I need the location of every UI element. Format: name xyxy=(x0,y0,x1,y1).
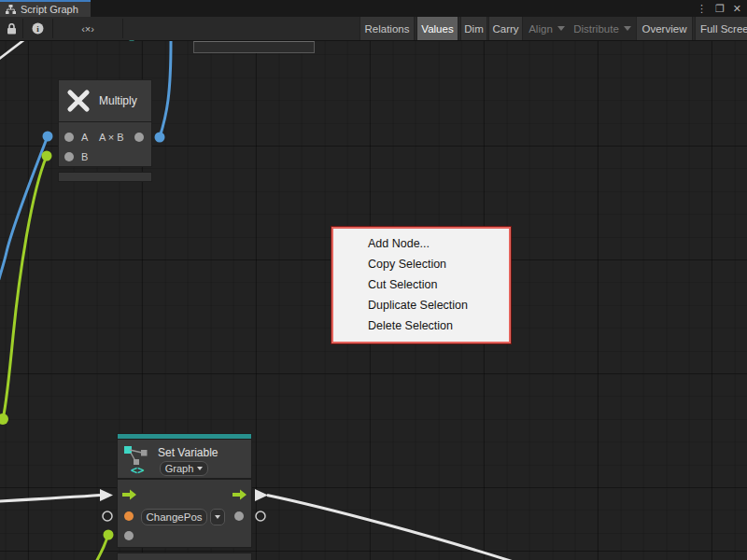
full-screen-button[interactable]: Full Screen xyxy=(695,17,747,40)
variable-output-port[interactable] xyxy=(234,511,244,521)
chevron-down-icon xyxy=(197,467,203,470)
unity-visual-scripting-window: Script Graph ⋮ ❐ ✕ i ‹×› xyxy=(0,0,747,560)
variable-scope-dropdown[interactable]: Graph xyxy=(160,461,208,476)
toolbar-separator xyxy=(122,19,123,38)
set-variable-node-footer xyxy=(117,553,252,560)
menu-item-add-node[interactable]: Add Node... xyxy=(333,233,509,254)
chevron-down-icon xyxy=(624,26,631,31)
window-menu-icon[interactable]: ⋮ xyxy=(697,0,707,17)
multiply-output-port[interactable] xyxy=(134,133,144,142)
tab-title: Script Graph xyxy=(21,4,78,15)
menu-item-duplicate-selection[interactable]: Duplicate Selection xyxy=(333,295,509,315)
multiply-icon xyxy=(66,89,91,113)
multiply-input-b-port[interactable] xyxy=(64,152,74,161)
flow-input-arrow[interactable] xyxy=(122,489,137,500)
context-menu: Add Node... Copy Selection Cut Selection… xyxy=(331,227,511,343)
dim-toggle[interactable]: Dim xyxy=(460,17,487,40)
tab-bar: Script Graph ⋮ ❐ ✕ xyxy=(0,0,747,17)
set-variable-icon: <> xyxy=(123,444,151,476)
dim-label: Dim xyxy=(464,23,483,35)
variable-name-label: ChangePos xyxy=(146,511,202,523)
values-label: Values xyxy=(421,23,453,35)
variable-name-dropdown[interactable]: ChangePos xyxy=(141,509,207,525)
set-variable-node-title: Set Variable xyxy=(158,446,218,459)
lock-button[interactable] xyxy=(0,17,22,40)
svg-text:<>: <> xyxy=(131,464,144,476)
variable-name-dropdown-button[interactable] xyxy=(210,509,225,525)
code-view-button[interactable]: ‹×› xyxy=(53,17,122,40)
multiply-node-footer xyxy=(58,172,152,182)
info-button[interactable]: i xyxy=(23,17,51,40)
chevron-down-icon xyxy=(557,26,565,31)
align-label: Align xyxy=(529,23,553,35)
full-screen-label: Full Screen xyxy=(700,23,747,35)
multiply-node-body[interactable]: A A × B B xyxy=(58,121,152,167)
flow-output-arrow[interactable] xyxy=(233,489,247,500)
set-variable-node-header[interactable]: <> Set Variable Graph xyxy=(117,439,252,479)
multiply-node-title: Multiply xyxy=(99,94,137,107)
chevron-down-icon xyxy=(215,515,220,519)
align-dropdown[interactable]: Align xyxy=(525,17,569,40)
set-variable-node-body[interactable]: ChangePos xyxy=(117,479,252,548)
overview-label: Overview xyxy=(642,23,687,35)
relations-label: Relations xyxy=(365,23,410,35)
multiply-input-b-label: B xyxy=(81,151,88,162)
multiply-input-a-label: A xyxy=(81,132,88,143)
lock-icon xyxy=(7,23,17,35)
menu-item-copy-selection[interactable]: Copy Selection xyxy=(333,254,509,274)
overview-button[interactable]: Overview xyxy=(636,17,693,40)
multiply-input-a-port[interactable] xyxy=(64,133,74,142)
variable-value-input-port[interactable] xyxy=(124,511,134,521)
occluded-node-header xyxy=(193,41,315,53)
graph-tree-icon xyxy=(6,5,16,14)
carry-label: Carry xyxy=(492,23,518,35)
carry-toggle[interactable]: Carry xyxy=(488,17,523,40)
close-icon[interactable]: ✕ xyxy=(733,0,741,17)
values-toggle[interactable]: Values xyxy=(416,17,458,40)
multiply-output-label: A × B xyxy=(99,132,124,143)
maximize-icon[interactable]: ❐ xyxy=(715,0,725,17)
menu-item-cut-selection[interactable]: Cut Selection xyxy=(333,274,509,295)
window-controls: ⋮ ❐ ✕ xyxy=(697,0,745,17)
multiply-node-header[interactable]: Multiply xyxy=(58,79,152,122)
code-icon: ‹×› xyxy=(81,23,94,35)
menu-item-delete-selection[interactable]: Delete Selection xyxy=(333,315,509,336)
variable-scope-label: Graph xyxy=(165,463,194,474)
tab-script-graph[interactable]: Script Graph xyxy=(0,0,91,17)
relations-toggle[interactable]: Relations xyxy=(359,17,415,40)
graph-toolbar: i ‹×› RotateSpeed 1 Zoom 1x Relations Va… xyxy=(0,17,747,41)
info-icon: i xyxy=(32,22,44,35)
variable-extra-input-port[interactable] xyxy=(124,531,134,540)
distribute-label: Distribute xyxy=(573,23,619,35)
distribute-dropdown[interactable]: Distribute xyxy=(571,17,634,40)
